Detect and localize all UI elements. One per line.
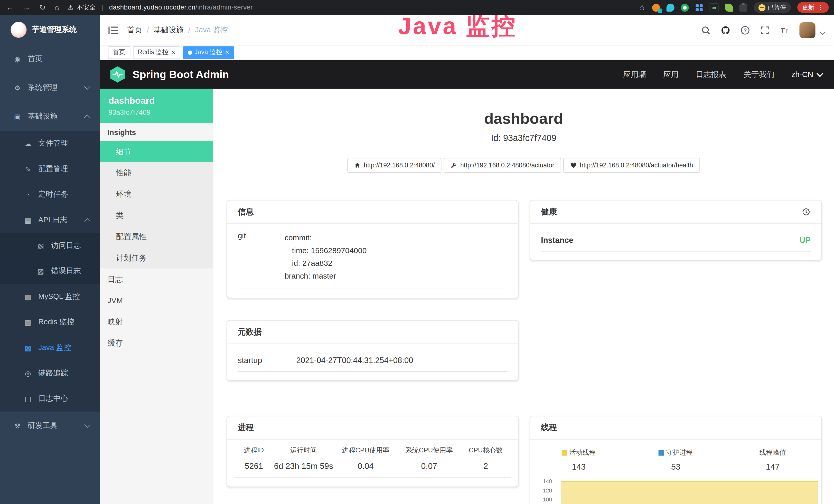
- sidebar-item-trace[interactable]: ◎ 链路追踪: [0, 361, 100, 386]
- sidebar-item-api-log[interactable]: ▤ API 日志: [0, 207, 100, 233]
- chevron-down-icon: [84, 422, 90, 428]
- github-icon[interactable]: [721, 25, 730, 35]
- menu-item-details[interactable]: 细节: [100, 141, 213, 162]
- tags-view-bar: 首页 Redis 监控× Java 监控×: [100, 45, 834, 60]
- sba-brand-label: Spring Boot Admin: [133, 68, 229, 81]
- sba-navbar: Spring Boot Admin 应用墙 应用 日志报表 关于我们 zh-CN: [100, 60, 834, 89]
- extension-icon[interactable]: 1: [652, 3, 660, 11]
- extension-leaf-icon[interactable]: [725, 3, 732, 11]
- instance-header[interactable]: dashboard 93a3fc7f7409: [100, 89, 213, 123]
- tab-home[interactable]: 首页: [108, 46, 130, 59]
- page-title: dashboard: [213, 110, 834, 128]
- extensions-puzzle-icon[interactable]: [739, 3, 747, 11]
- app-logo[interactable]: 芋道管理系统: [0, 15, 100, 45]
- extension-icon[interactable]: [666, 3, 674, 11]
- cloud-icon: ☁: [23, 140, 32, 147]
- legend-swatch-yellow: [562, 450, 567, 456]
- sidebar-item-config[interactable]: ✎ 配置管理: [0, 156, 100, 182]
- sba-nav-wallboard[interactable]: 应用墙: [623, 69, 646, 79]
- extension-icon[interactable]: [681, 3, 688, 11]
- sidebar-item-java[interactable]: ▩ Java 监控: [0, 335, 100, 361]
- sidebar-item-system[interactable]: ⚙ 系统管理: [0, 73, 100, 102]
- topbar-actions: ? TT: [701, 22, 824, 38]
- sidebar-item-file[interactable]: ☁ 文件管理: [0, 131, 100, 156]
- back-icon[interactable]: ←: [6, 4, 14, 11]
- locale-select[interactable]: zh-CN: [791, 70, 822, 78]
- menu-item-mappings[interactable]: 映射: [100, 311, 213, 332]
- legend-live-threads: 活动线程 143: [530, 448, 628, 472]
- bookmark-star-icon[interactable]: ☆: [639, 3, 645, 12]
- sidebar-item-infra[interactable]: ▣ 基础设施: [0, 102, 100, 131]
- forward-icon[interactable]: →: [23, 4, 30, 11]
- url-path: /infra/admin-server: [195, 4, 253, 11]
- history-icon[interactable]: [802, 207, 811, 216]
- chevron-up-icon: [84, 218, 90, 224]
- service-url-link[interactable]: http://192.168.0.2:48080/: [347, 158, 441, 173]
- app-sidebar: 芋道管理系统 ◉ 首页 ⚙ 系统管理 ▣ 基础设施 ☁ 文件管理 ✎ 配置管理 …: [0, 15, 100, 504]
- address-bar[interactable]: ⚠ 不安全 | dashboard.yudao.iocoder.cn/infra…: [68, 3, 253, 12]
- threads-legend: 活动线程 143 守护进程 53 线程峰值 147: [530, 440, 821, 472]
- sidebar-item-label: 首页: [28, 54, 43, 64]
- sba-nav-journal[interactable]: 日志报表: [696, 69, 726, 79]
- health-url-link[interactable]: http://192.168.0.2:48080/actuator/health: [563, 158, 700, 173]
- sidebar-item-job[interactable]: ◔ 定时任务: [0, 182, 100, 207]
- menu-item-config-props[interactable]: 配置属性: [100, 226, 213, 247]
- col-header: 系统CPU使用率: [397, 446, 461, 455]
- extension-grid-icon[interactable]: [695, 3, 703, 11]
- sidebar-item-access-log[interactable]: ▧ 访问日志: [0, 233, 100, 258]
- breadcrumb-infra[interactable]: 基础设施: [154, 25, 183, 35]
- sidebar-item-label: Java 监控: [38, 343, 71, 352]
- user-avatar[interactable]: [799, 22, 815, 38]
- extension-on-icon[interactable]: on: [709, 3, 718, 12]
- git-commit-id: id: 27aa832: [285, 257, 507, 270]
- actuator-url-link[interactable]: http://192.168.0.2:48080/actuator: [444, 158, 561, 173]
- browser-home-icon[interactable]: ⌂: [55, 4, 59, 11]
- profile-paused-chip[interactable]: 已暂停: [753, 2, 791, 13]
- sba-brand[interactable]: Spring Boot Admin: [108, 66, 229, 84]
- help-icon[interactable]: ?: [741, 25, 750, 35]
- tab-java-monitor[interactable]: Java 监控×: [183, 46, 234, 59]
- menu-item-jvm[interactable]: JVM: [100, 290, 213, 311]
- menu-item-caches[interactable]: 缓存: [100, 332, 213, 353]
- edit-icon: ✎: [23, 165, 32, 173]
- sba-nav-about[interactable]: 关于我们: [744, 69, 774, 79]
- menu-item-scheduled-tasks[interactable]: 计划任务: [100, 247, 213, 269]
- extension-badge: 1: [658, 8, 662, 13]
- avatar-caret-icon[interactable]: [819, 28, 825, 35]
- health-row[interactable]: Instance UP: [541, 231, 811, 252]
- metadata-key: startup: [238, 356, 297, 365]
- menu-item-loggers[interactable]: 日志: [100, 269, 213, 290]
- menu-item-performance[interactable]: 性能: [100, 162, 213, 184]
- sidebar-collapse-icon[interactable]: [108, 26, 118, 34]
- browser-update-button[interactable]: 更新 ⋮: [797, 2, 829, 13]
- font-size-icon[interactable]: TT: [780, 25, 789, 35]
- tab-redis-monitor[interactable]: Redis 监控×: [133, 46, 180, 59]
- sba-nav-applications[interactable]: 应用: [663, 69, 679, 79]
- cpu-cores: 2: [461, 461, 510, 471]
- sidebar-item-home[interactable]: ◉ 首页: [0, 45, 100, 73]
- menu-item-environment[interactable]: 环境: [100, 183, 213, 205]
- tab-label: 首页: [113, 48, 126, 57]
- trace-icon: ◎: [23, 369, 32, 377]
- fullscreen-icon[interactable]: [760, 25, 770, 35]
- sidebar-item-devtools[interactable]: ⚒ 研发工具: [0, 412, 100, 440]
- sidebar-item-redis[interactable]: ▥ Redis 监控: [0, 310, 100, 335]
- sidebar-item-mysql[interactable]: ▦ MySQL 监控: [0, 284, 100, 310]
- sidebar-item-label: 基础设施: [28, 112, 58, 121]
- sidebar-item-error-log[interactable]: ▨ 错误日志: [0, 258, 100, 284]
- tab-label: Java 监控: [194, 48, 222, 57]
- browser-nav: ← → ↻ ⌂: [0, 4, 68, 11]
- breadcrumb-home[interactable]: 首页: [127, 25, 142, 35]
- close-icon[interactable]: ×: [171, 49, 175, 56]
- close-icon[interactable]: ×: [225, 49, 229, 56]
- reload-icon[interactable]: ↻: [39, 4, 45, 11]
- search-icon[interactable]: [701, 25, 710, 35]
- kebab-menu-icon[interactable]: ⋮: [817, 4, 824, 11]
- sidebar-item-log-center[interactable]: ▤ 日志中心: [0, 386, 100, 411]
- link-label: http://192.168.0.2:48080/actuator: [460, 162, 554, 169]
- card-title: 信息: [238, 207, 254, 217]
- card-title: 元数据: [238, 327, 262, 337]
- sidebar-item-label: 配置管理: [38, 164, 68, 174]
- process-card: 进程 进程ID 运行时间 进程CPU使用率 系统CPU使用率 CPU核心数 52…: [226, 416, 519, 487]
- menu-item-classes[interactable]: 类: [100, 205, 213, 226]
